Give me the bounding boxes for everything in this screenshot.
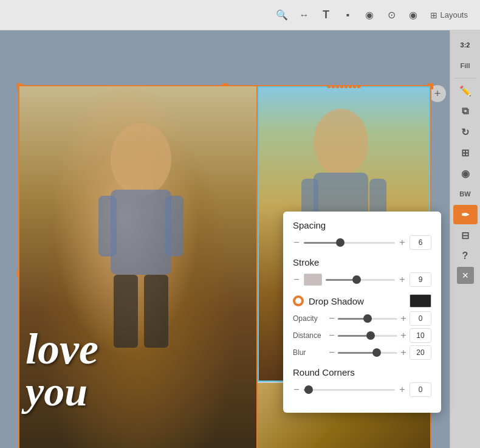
stroke-color-swatch[interactable] (304, 274, 322, 286)
fill-button[interactable]: Fill (453, 56, 478, 75)
svg-rect-3 (165, 196, 183, 257)
distance-track[interactable] (338, 335, 397, 337)
drag-dot (340, 85, 343, 88)
table-icon[interactable]: ⊟ (453, 226, 478, 245)
blur-label: Blur (293, 348, 326, 357)
fit-icon[interactable]: ◉ (453, 164, 478, 183)
distance-thumb[interactable] (366, 331, 375, 340)
spacing-decrease[interactable]: − (293, 237, 300, 248)
spacing-track[interactable] (304, 242, 395, 244)
drag-dot (349, 85, 352, 88)
blur-increase[interactable]: + (400, 347, 407, 358)
round-corners-track[interactable] (304, 389, 395, 391)
stroke-section: Stroke − + 9 (293, 257, 431, 287)
svg-rect-4 (114, 275, 138, 348)
spacing-increase[interactable]: + (399, 237, 406, 248)
round-corners-value[interactable]: 0 (410, 382, 431, 397)
text-overlay: love you (26, 327, 98, 412)
blur-row: Blur − + 20 (293, 345, 431, 360)
stroke-thumb[interactable] (352, 275, 361, 284)
blur-value[interactable]: 20 (410, 345, 431, 360)
spacing-label: Spacing (293, 220, 431, 230)
arrow-tool[interactable]: ↔ (294, 5, 314, 25)
divider-1 (454, 78, 476, 78)
eye-tool[interactable]: ◉ (403, 5, 423, 25)
opacity-label: Opacity (293, 314, 326, 323)
text-love: love (26, 327, 98, 371)
svg-rect-2 (98, 196, 117, 257)
stroke-track[interactable] (326, 279, 395, 281)
globe-tool[interactable]: ◉ (360, 5, 379, 25)
properties-panel: Spacing − + 6 Stroke − + 9 (283, 212, 441, 413)
svg-point-0 (111, 123, 171, 196)
spacing-value[interactable]: 6 (410, 235, 431, 250)
text-tool[interactable]: T (316, 5, 335, 25)
round-corners-label: Round Corners (293, 367, 431, 377)
opacity-increase[interactable]: + (400, 313, 407, 324)
blur-decrease[interactable]: − (328, 347, 335, 358)
square-tool[interactable]: ▪ (338, 5, 357, 25)
bw-button[interactable]: BW (453, 184, 478, 204)
rotate-icon[interactable]: ↻ (453, 122, 478, 142)
stroke-increase[interactable]: + (399, 274, 406, 285)
paint-icon[interactable]: ✒ (453, 205, 478, 224)
drag-dot (345, 85, 348, 88)
drag-dot (357, 85, 360, 88)
spacing-section: Spacing − + 6 (293, 220, 431, 250)
layouts-button[interactable]: ⊞ Layouts (425, 8, 473, 22)
round-corners-slider-row: − + 0 (293, 382, 431, 397)
drop-shadow-section: Drop Shadow Opacity − + 0 Distance − + 1… (293, 294, 431, 360)
drag-dot (353, 85, 356, 88)
distance-increase[interactable]: + (400, 330, 407, 341)
shadow-color-swatch[interactable] (410, 294, 431, 308)
distance-value[interactable]: 10 (410, 328, 431, 343)
distance-row: Distance − + 10 (293, 328, 431, 343)
drop-shadow-toggle[interactable] (293, 295, 304, 306)
help-icon[interactable]: ? (453, 246, 478, 266)
grid-crop-icon[interactable]: ⊞ (453, 143, 478, 162)
stroke-slider-row: − + 9 (293, 272, 431, 287)
grid-icon: ⊞ (430, 10, 437, 20)
opacity-track[interactable] (338, 318, 397, 320)
round-corners-thumb[interactable] (304, 385, 313, 394)
blur-track[interactable] (338, 352, 397, 354)
opacity-thumb[interactable] (363, 314, 372, 323)
distance-fill (338, 335, 371, 337)
drop-shadow-label: Drop Shadow (309, 296, 364, 306)
layers-icon[interactable]: ⧉ (453, 102, 478, 121)
round-corners-section: Round Corners − + 0 (293, 367, 431, 397)
opacity-decrease[interactable]: − (328, 313, 335, 324)
drop-shadow-header: Drop Shadow (293, 294, 431, 308)
opacity-value[interactable]: 0 (410, 311, 431, 326)
stroke-label: Stroke (293, 257, 431, 267)
spacing-slider-row: − + 6 (293, 235, 431, 250)
svg-rect-5 (144, 275, 168, 348)
pencil-icon[interactable]: ✏️ (453, 81, 478, 100)
round-corners-decrease[interactable]: − (293, 384, 300, 395)
distance-decrease[interactable]: − (328, 330, 335, 341)
ratio-button[interactable]: 3:2 (453, 35, 478, 55)
close-button[interactable]: ✕ (457, 267, 474, 284)
toggle-indicator (295, 298, 301, 304)
spacing-fill (304, 242, 340, 244)
stroke-value[interactable]: 9 (410, 272, 431, 287)
photo-left[interactable]: love you (19, 86, 256, 448)
top-toolbar: 🔍 ↔ T ▪ ◉ ⊙ ◉ ⊞ Layouts (0, 0, 480, 30)
svg-rect-1 (111, 190, 171, 275)
drag-dot (332, 85, 335, 88)
text-you: you (26, 371, 98, 412)
stroke-decrease[interactable]: − (293, 274, 300, 285)
opacity-row: Opacity − + 0 (293, 311, 431, 326)
zoom-tool[interactable]: 🔍 (272, 5, 292, 25)
right-toolbar: 3:2 Fill ✏️ ⧉ ↻ ⊞ ◉ BW ✒ ⊟ ? ✕ (450, 30, 480, 448)
distance-label: Distance (293, 331, 326, 340)
pin-tool[interactable]: ⊙ (382, 5, 401, 25)
drag-dot (336, 85, 339, 88)
drag-dot (327, 85, 331, 88)
blur-fill (338, 352, 377, 354)
round-corners-increase[interactable]: + (399, 384, 406, 395)
spacing-thumb[interactable] (336, 238, 345, 247)
layouts-label: Layouts (440, 10, 468, 19)
svg-point-6 (314, 109, 368, 176)
blur-thumb[interactable] (372, 348, 381, 357)
